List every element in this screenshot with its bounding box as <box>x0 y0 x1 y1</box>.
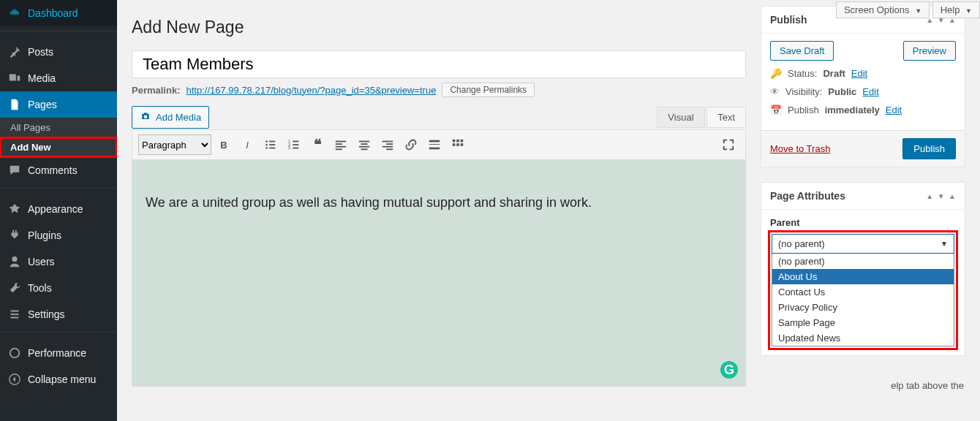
sidebar-item-tools[interactable]: Tools <box>0 275 117 301</box>
parent-label: Parent <box>770 217 956 228</box>
sidebar-item-label: Settings <box>28 308 65 320</box>
sidebar-sub-pages: All Pages Add New <box>0 118 117 157</box>
appearance-icon <box>7 202 22 216</box>
help-text-fragment: elp tab above the <box>891 380 964 391</box>
dashboard-icon <box>7 6 22 20</box>
svg-rect-29 <box>453 140 456 143</box>
svg-rect-20 <box>359 146 369 148</box>
svg-rect-18 <box>359 141 369 143</box>
page-title-input[interactable] <box>132 50 746 78</box>
users-icon <box>7 254 22 269</box>
eye-icon: 👁 <box>770 86 780 97</box>
edit-schedule-link[interactable]: Edit <box>886 105 902 115</box>
parent-dropdown-options: (no parent) About Us Contact Us Privacy … <box>772 254 954 346</box>
parent-option[interactable]: About Us <box>772 269 954 284</box>
edit-status-link[interactable]: Edit <box>851 68 867 79</box>
align-center-button[interactable] <box>353 134 375 156</box>
editor-body-text: We are a united group as well as having … <box>146 195 592 210</box>
move-to-trash-link[interactable]: Move to Trash <box>770 143 830 154</box>
svg-point-6 <box>265 147 268 149</box>
fullscreen-button[interactable] <box>717 134 739 156</box>
sidebar-item-appearance[interactable]: Appearance <box>0 196 117 222</box>
sidebar-item-settings[interactable]: Settings <box>0 301 117 327</box>
save-draft-button[interactable]: Save Draft <box>770 41 834 61</box>
svg-rect-13 <box>293 148 298 149</box>
sidebar-item-pages[interactable]: Pages <box>0 91 117 118</box>
bulleted-list-button[interactable] <box>260 134 282 156</box>
top-controls: Screen Options ▼ Help ▼ <box>836 1 980 18</box>
pages-icon <box>7 97 22 112</box>
sidebar-item-label: Posts <box>28 46 53 58</box>
bold-button[interactable]: B <box>213 134 235 156</box>
media-icon <box>7 71 22 86</box>
help-button[interactable]: Help ▼ <box>932 1 980 18</box>
svg-rect-11 <box>293 144 298 145</box>
svg-rect-19 <box>361 143 368 145</box>
sidebar-item-plugins[interactable]: Plugins <box>0 222 117 249</box>
page-attributes-title: Page Attributes <box>770 190 845 202</box>
parent-option[interactable]: Privacy Policy <box>772 300 954 315</box>
change-permalinks-button[interactable]: Change Permalinks <box>442 83 535 97</box>
svg-rect-7 <box>269 148 275 149</box>
svg-rect-25 <box>386 148 393 150</box>
grammarly-icon[interactable]: G <box>720 361 738 379</box>
svg-rect-14 <box>336 141 346 143</box>
parent-option[interactable]: (no parent) <box>772 254 954 269</box>
svg-rect-32 <box>453 143 456 146</box>
edit-visibility-link[interactable]: Edit <box>862 86 878 97</box>
parent-option[interactable]: Contact Us <box>772 284 954 300</box>
svg-rect-27 <box>429 144 440 145</box>
parent-option[interactable]: Updated News <box>772 330 954 346</box>
svg-rect-28 <box>429 148 440 150</box>
sidebar-item-dashboard[interactable]: Dashboard <box>0 0 117 26</box>
comment-icon <box>7 163 22 178</box>
page-title: Add New Page <box>132 18 746 37</box>
parent-dropdown[interactable]: (no parent) ▼ (no parent) About Us Conta… <box>770 232 956 348</box>
svg-rect-5 <box>269 144 275 145</box>
tab-text[interactable]: Text <box>706 107 746 128</box>
publish-time-value: immediately <box>825 105 880 115</box>
preview-button[interactable]: Preview <box>903 41 956 61</box>
link-button[interactable] <box>400 134 422 156</box>
blockquote-button[interactable]: ❝ <box>306 134 328 156</box>
sidebar-item-label: Appearance <box>28 203 83 215</box>
toolbar-toggle-button[interactable] <box>447 134 469 156</box>
parent-option[interactable]: Sample Page <box>772 315 954 330</box>
sidebar-sub-all-pages[interactable]: All Pages <box>0 118 117 137</box>
svg-rect-24 <box>382 146 393 148</box>
sidebar-item-users[interactable]: Users <box>0 249 117 275</box>
admin-sidebar: Dashboard Posts Media Pages All Pages Ad… <box>0 0 117 421</box>
align-right-button[interactable] <box>377 134 399 156</box>
screen-options-button[interactable]: Screen Options ▼ <box>836 1 930 18</box>
camera-icon <box>140 110 151 124</box>
sidebar-item-comments[interactable]: Comments <box>0 157 117 183</box>
align-left-button[interactable] <box>330 134 352 156</box>
svg-point-4 <box>265 144 268 146</box>
italic-button[interactable]: I <box>236 134 258 156</box>
sidebar-sub-add-new[interactable]: Add New <box>0 137 117 157</box>
sidebar-item-label: Collapse menu <box>28 373 96 385</box>
readmore-button[interactable] <box>423 134 445 156</box>
sidebar-item-label: Media <box>28 72 56 84</box>
plugins-icon <box>7 228 22 243</box>
add-media-button[interactable]: Add Media <box>132 106 209 129</box>
tab-visual[interactable]: Visual <box>657 107 704 128</box>
svg-rect-33 <box>456 143 459 146</box>
sidebar-item-posts[interactable]: Posts <box>0 39 117 65</box>
publish-button[interactable]: Publish <box>902 138 956 159</box>
sidebar-item-performance[interactable]: Performance <box>0 340 117 366</box>
key-icon: 🔑 <box>770 68 782 79</box>
svg-rect-31 <box>461 140 464 143</box>
chevron-down-icon: ▼ <box>941 240 948 248</box>
sidebar-item-collapse[interactable]: Collapse menu <box>0 366 117 392</box>
metabox-toggle-icons[interactable]: ▲ ▼ ▲ <box>926 192 956 200</box>
permalink-label: Permalink: <box>132 85 180 96</box>
editor-content[interactable]: We are a united group as well as having … <box>132 160 746 387</box>
sidebar-item-media[interactable]: Media <box>0 65 117 91</box>
visibility-value: Public <box>828 86 856 97</box>
permalink-url[interactable]: http://167.99.78.217/blog/tuyen/?page_id… <box>186 85 436 96</box>
svg-text:3: 3 <box>288 145 290 150</box>
numbered-list-button[interactable]: 123 <box>283 134 305 156</box>
collapse-icon <box>7 372 22 387</box>
format-select[interactable]: Paragraph <box>138 134 211 155</box>
